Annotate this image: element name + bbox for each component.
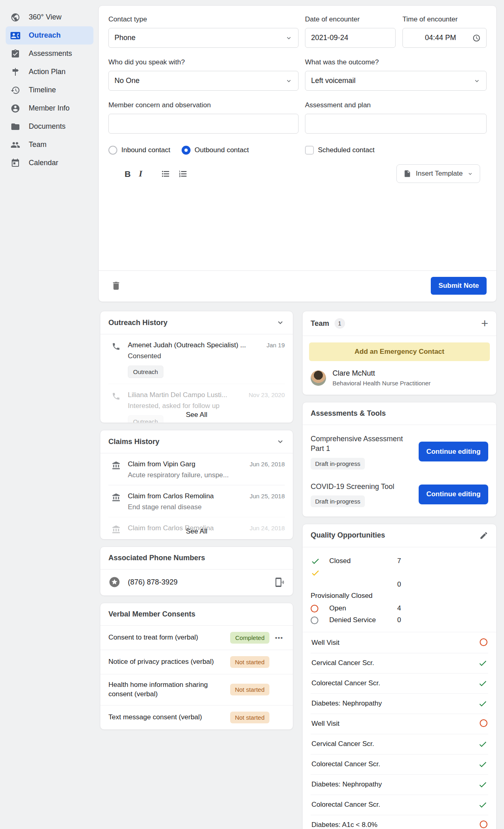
sidebar-item-label: Outreach [29, 31, 61, 40]
quality-item[interactable]: Colorectal Cancer Scr. [311, 795, 488, 815]
who-value: No One [114, 77, 140, 85]
outcome-select[interactable]: Left voicemail [305, 71, 487, 91]
sidebar-item-team[interactable]: Team [0, 136, 98, 154]
member-role: Behavioral Health Nurse Practitioner [332, 380, 431, 387]
quality-item[interactable]: Diabetes: Nephropathy [311, 693, 488, 714]
continue-editing-button[interactable]: Continue editing [419, 485, 488, 504]
person-circle-icon [11, 104, 20, 113]
main-content: Contact type Phone Date of encounter 202… [98, 0, 504, 829]
contact-type-select[interactable]: Phone [108, 28, 299, 48]
sidebar-item-assessments[interactable]: Assessments [0, 45, 98, 63]
phone-numbers-title: Associated Phone Numbers [108, 554, 205, 562]
quality-item[interactable]: Well Visit [311, 633, 488, 653]
continue-editing-button[interactable]: Continue editing [419, 442, 488, 461]
status-icon [480, 820, 487, 829]
status-badge: Not started [230, 656, 269, 668]
status-icon [478, 760, 487, 769]
consent-row: Notice of privacy practices (verbal) Not… [100, 650, 293, 674]
chevron-down-icon[interactable] [276, 437, 285, 446]
quality-summary-row-provisional-icon [311, 567, 488, 579]
sidebar-item-label: Member Info [29, 104, 70, 113]
chevron-down-icon [473, 77, 481, 85]
sidebar-item-label: Documents [29, 122, 66, 131]
phone-icon [112, 341, 121, 378]
italic-icon[interactable]: I [139, 169, 142, 178]
numbered-list-icon[interactable] [178, 169, 188, 179]
see-all-link[interactable]: See All [100, 527, 293, 536]
outreach-history-list: See All Amenet Judah (Outreach Specialis… [100, 334, 293, 423]
bullet-list-icon[interactable] [161, 169, 170, 179]
sidebar-item-member-info[interactable]: Member Info [0, 99, 98, 117]
check-icon [478, 760, 487, 769]
scheduled-contact-checkbox[interactable]: Scheduled contact [305, 146, 487, 155]
check-icon [478, 740, 487, 749]
inbound-contact-radio[interactable]: Inbound contact [108, 146, 170, 155]
quality-summary-row-closed: Closed 7 [311, 555, 488, 567]
sidebar: 360° View Outreach Assessments Action Pl… [0, 0, 98, 172]
sidebar-item-timeline[interactable]: Timeline [0, 81, 98, 99]
mobile-ring-icon[interactable] [275, 577, 285, 587]
assessments-tools-list: Comprehensive Assessment Part 1 Draft in… [303, 425, 496, 517]
pencil-icon[interactable] [479, 531, 488, 540]
history-icon [11, 85, 20, 95]
quality-item[interactable]: Diabetes: A1c < 8.0% [311, 815, 488, 829]
claim-entry[interactable]: Claim from Carlos Remolina Jun 25, 2018 … [108, 485, 285, 517]
bold-icon[interactable]: B [125, 170, 131, 178]
quality-item-label: Colorectal Cancer Scr. [311, 801, 380, 809]
quality-item-label: Cervical Cancer Scr. [311, 740, 374, 748]
sidebar-item-outreach[interactable]: Outreach [6, 26, 93, 45]
summary-count: 7 [397, 557, 488, 565]
outbound-contact-radio[interactable]: Outbound contact [182, 146, 249, 155]
sidebar-item-label: Action Plan [29, 68, 66, 76]
insert-template-button[interactable]: Insert Template [396, 164, 480, 183]
outreach-history-card: Outreach History See All Amenet Judah (O… [100, 311, 293, 423]
claim-entry[interactable]: Claim from Vipin Garg Jun 26, 2018 Acute… [108, 453, 285, 485]
sidebar-item-action-plan[interactable]: Action Plan [0, 63, 98, 81]
check-icon [311, 557, 329, 566]
chevron-down-icon[interactable] [276, 318, 285, 327]
outcome-value: Left voicemail [311, 77, 356, 85]
quality-item[interactable]: Colorectal Cancer Scr. [311, 754, 488, 774]
quality-item[interactable]: Cervical Cancer Scr. [311, 653, 488, 673]
date-of-encounter-label: Date of encounter [305, 15, 396, 23]
assessment-plan-input[interactable] [305, 114, 487, 134]
add-emergency-contact-button[interactable]: Add an Emergency Contact [309, 342, 490, 361]
outreach-entry-date: Nov 23, 2020 [249, 391, 285, 398]
note-rich-text-editor[interactable] [108, 186, 487, 270]
sidebar-item-label: Timeline [29, 86, 56, 94]
team-member-row[interactable]: Clare McNutt Behavioral Health Nurse Pra… [303, 368, 496, 395]
member-concern-field: Member concern and observation [108, 101, 299, 134]
status-badge: Completed [230, 632, 269, 644]
time-of-encounter-input[interactable]: 04:44 PM [402, 28, 487, 48]
signpost-icon [11, 67, 20, 77]
quality-item[interactable]: Cervical Cancer Scr. [311, 734, 488, 754]
consent-label: Notice of privacy practices (verbal) [108, 657, 230, 667]
date-of-encounter-input[interactable]: 2021-09-24 [305, 28, 396, 48]
sidebar-item-360-view[interactable]: 360° View [0, 8, 98, 26]
date-value: 2021-09-24 [311, 34, 348, 42]
member-concern-input[interactable] [108, 114, 299, 134]
check-icon [478, 679, 487, 688]
team-title: Team [311, 319, 329, 328]
open-circle-icon [311, 605, 329, 612]
time-value: 04:44 PM [409, 34, 472, 42]
delete-note-button[interactable] [111, 281, 121, 291]
see-all-link[interactable]: See All [100, 411, 293, 419]
status-badge: Not started [230, 684, 269, 695]
quality-opportunities-title: Quality Opportunities [311, 531, 385, 540]
bank-icon [112, 460, 121, 479]
submit-note-button[interactable]: Submit Note [431, 277, 487, 295]
sidebar-item-documents[interactable]: Documents [0, 117, 98, 136]
who-select[interactable]: No One [108, 71, 299, 91]
quality-item[interactable]: Colorectal Cancer Scr. [311, 673, 488, 693]
quality-item[interactable]: Well Visit [311, 714, 488, 734]
outreach-entry[interactable]: Amenet Judah (Outreach Specialist) ... J… [108, 334, 285, 384]
quality-item[interactable]: Diabetes: Nephropathy [311, 774, 488, 795]
open-circle-icon [480, 638, 487, 646]
summary-count: 0 [397, 580, 488, 589]
plus-icon[interactable] [481, 319, 488, 328]
more-icon[interactable] [275, 634, 285, 641]
check-icon [478, 780, 487, 789]
sidebar-item-calendar[interactable]: Calendar [0, 154, 98, 172]
radio-circle-icon [108, 146, 117, 155]
